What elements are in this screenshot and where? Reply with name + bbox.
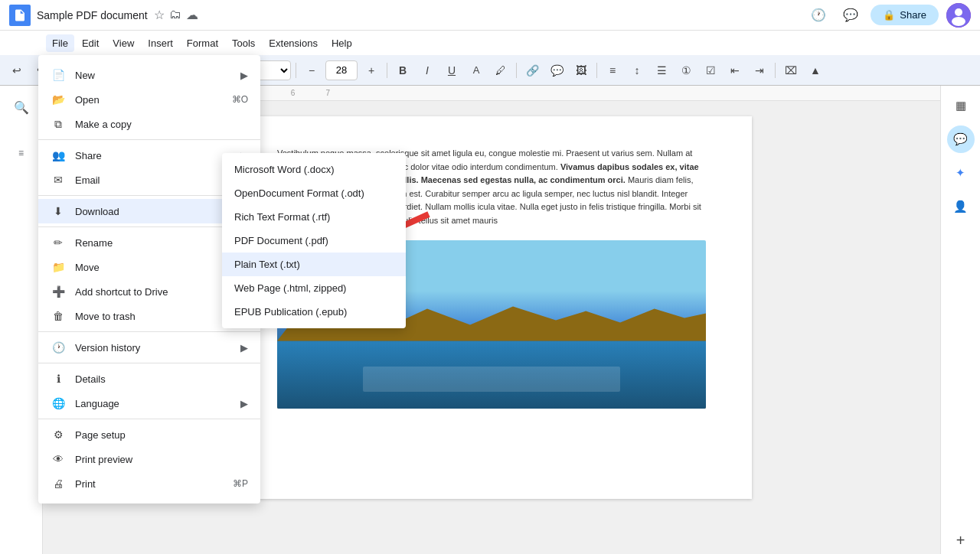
download-pdf[interactable]: PDF Document (.pdf) — [222, 229, 406, 253]
clear-format-button[interactable]: ⌧ — [780, 60, 802, 81]
font-size-input[interactable] — [325, 60, 358, 80]
print-icon: 🖨 — [51, 476, 66, 491]
download-icon: ⬇ — [51, 204, 66, 219]
rename-icon: ✏ — [51, 235, 66, 250]
folder-icon[interactable]: 🗂 — [169, 8, 181, 22]
right-panel: ▦ 💬 ✦ 👤 + — [940, 86, 980, 554]
file-menu-language[interactable]: 🌐 Language ▶ — [38, 391, 260, 416]
page-setup-icon: ⚙ — [51, 427, 66, 442]
title-icons: ☆ 🗂 ☁ — [154, 8, 198, 22]
align-button[interactable]: ≡ — [602, 60, 623, 81]
download-submenu: Microsoft Word (.docx) OpenDocument Form… — [222, 153, 406, 328]
file-menu-open[interactable]: 📂 Open ⌘O — [38, 87, 260, 112]
svg-point-2 — [952, 17, 965, 26]
email-icon: ✉ — [51, 172, 66, 187]
checklist-button[interactable]: ☑ — [700, 60, 721, 81]
indent-decrease-button[interactable]: ⇤ — [724, 60, 746, 81]
cloud-icon[interactable]: ☁ — [186, 8, 198, 22]
font-size-decrease[interactable]: − — [301, 60, 322, 81]
indent-increase-button[interactable]: ⇥ — [749, 60, 770, 81]
star-icon[interactable]: ☆ — [154, 8, 165, 22]
lock-icon: 🔒 — [883, 9, 895, 21]
history-button[interactable]: 🕐 — [806, 3, 831, 28]
highlight-button[interactable]: 🖊 — [490, 60, 511, 81]
details-icon: ℹ — [51, 371, 66, 386]
file-menu-make-copy[interactable]: ⧉ Make a copy — [38, 112, 260, 136]
doc-title: Sample PDF document — [37, 9, 148, 21]
new-arrow-icon: ▶ — [240, 70, 248, 81]
share-button[interactable]: 🔒 Share — [871, 5, 939, 25]
file-menu-section-7: ⚙ Page setup 👁 Print preview 🖨 Print ⌘P — [38, 419, 260, 499]
download-rtf[interactable]: Rich Text Format (.rtf) — [222, 205, 406, 229]
file-menu-section-5: 🕐 Version history ▶ — [38, 332, 260, 363]
undo-button[interactable]: ↩ — [6, 60, 28, 81]
download-html[interactable]: Web Page (.html, zipped) — [222, 276, 406, 300]
move-icon: 📁 — [51, 259, 66, 275]
language-icon: 🌐 — [51, 396, 66, 411]
copy-icon: ⧉ — [51, 116, 66, 132]
add-panel-button[interactable]: + — [947, 526, 975, 554]
divider-6 — [596, 63, 597, 78]
svg-point-1 — [955, 8, 962, 16]
top-right-actions: 🕐 💬 🔒 Share — [806, 3, 971, 28]
divider-3 — [296, 63, 296, 78]
file-menu-details[interactable]: ℹ Details — [38, 367, 260, 391]
app-icon — [9, 5, 31, 26]
file-menu-print-preview[interactable]: 👁 Print preview — [38, 447, 260, 471]
comment-add-button[interactable]: 💬 — [546, 60, 567, 81]
file-menu-version-history[interactable]: 🕐 Version history ▶ — [38, 335, 260, 360]
version-history-icon: 🕐 — [51, 340, 66, 355]
left-sidebar: 🔍 ≡ — [0, 86, 43, 554]
comments-panel-button[interactable]: 💬 — [947, 125, 975, 153]
user-info-panel-button[interactable]: 👤 — [947, 193, 975, 220]
menu-edit[interactable]: Edit — [76, 34, 105, 52]
menu-bar: File Edit View Insert Format Tools Exten… — [0, 31, 980, 55]
font-size-increase[interactable]: + — [361, 60, 382, 81]
divider-4 — [387, 63, 387, 78]
share-icon: 👥 — [51, 148, 66, 163]
file-menu-section-6: ℹ Details 🌐 Language ▶ — [38, 363, 260, 419]
version-arrow-icon: ▶ — [240, 342, 248, 354]
menu-tools[interactable]: Tools — [226, 34, 261, 52]
gemini-panel-button[interactable]: ✦ — [947, 159, 975, 187]
file-menu-new[interactable]: 📄 New ▶ — [38, 63, 260, 87]
menu-extensions[interactable]: Extensions — [263, 34, 324, 52]
file-menu-print[interactable]: 🖨 Print ⌘P — [38, 471, 260, 496]
numbered-list-button[interactable]: ① — [675, 60, 697, 81]
pages-panel-button[interactable]: ▦ — [947, 92, 975, 119]
menu-insert[interactable]: Insert — [142, 34, 179, 52]
more-options-button[interactable]: ▲ — [805, 60, 826, 81]
menu-help[interactable]: Help — [325, 34, 358, 52]
image-button[interactable]: 🖼 — [570, 60, 592, 81]
outline-sidebar-button[interactable]: ≡ — [6, 138, 37, 168]
open-file-icon: 📂 — [51, 92, 66, 107]
divider-5 — [516, 63, 517, 78]
text-color-button[interactable]: A — [466, 60, 487, 81]
file-menu-section-1: 📄 New ▶ 📂 Open ⌘O ⧉ Make a copy — [38, 60, 260, 140]
divider-7 — [775, 63, 776, 78]
download-txt[interactable]: Plain Text (.txt) — [222, 253, 406, 276]
comment-button[interactable]: 💬 — [838, 3, 863, 28]
bold-button[interactable]: B — [392, 60, 413, 81]
add-shortcut-icon: ➕ — [51, 284, 66, 299]
user-avatar[interactable] — [946, 3, 971, 28]
line-spacing-button[interactable]: ↕ — [626, 60, 648, 81]
search-sidebar-button[interactable]: 🔍 — [6, 92, 37, 122]
top-bar: Sample PDF document ☆ 🗂 ☁ 🕐 💬 🔒 Share — [0, 0, 980, 31]
print-preview-icon: 👁 — [51, 451, 66, 467]
download-epub[interactable]: EPUB Publication (.epub) — [222, 300, 406, 324]
menu-file[interactable]: File — [46, 34, 74, 52]
list-button[interactable]: ☰ — [651, 60, 672, 81]
download-docx[interactable]: Microsoft Word (.docx) — [222, 158, 406, 181]
new-file-icon: 📄 — [51, 67, 66, 83]
link-button[interactable]: 🔗 — [521, 60, 543, 81]
underline-button[interactable]: U — [441, 60, 462, 81]
menu-view[interactable]: View — [106, 34, 140, 52]
italic-button[interactable]: I — [416, 60, 438, 81]
language-arrow-icon: ▶ — [240, 398, 248, 409]
trash-icon: 🗑 — [51, 308, 66, 324]
download-odt[interactable]: OpenDocument Format (.odt) — [222, 181, 406, 205]
menu-format[interactable]: Format — [181, 34, 224, 52]
file-menu-page-setup[interactable]: ⚙ Page setup — [38, 422, 260, 447]
